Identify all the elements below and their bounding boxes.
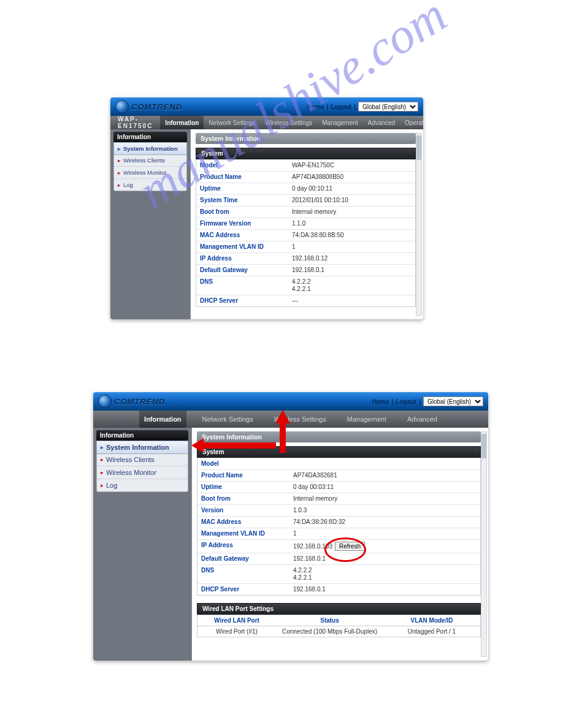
menu-wireless-settings[interactable]: Wireless Settings (269, 411, 331, 428)
home-link[interactable]: Home (372, 398, 389, 405)
sidebar-item-system-information[interactable]: ▸System Information (96, 441, 188, 454)
brand-logo-icon (115, 100, 129, 113)
section-system: System (197, 446, 481, 458)
sidebar-item-label: System Information (106, 444, 169, 451)
brand-text: COMTREND (114, 397, 165, 406)
sidebar-item-label: System Information (123, 145, 178, 152)
section-system: System (196, 148, 416, 159)
table-row: MAC Address74:DA:38:26:8D:32 (197, 516, 480, 528)
table-row: IP Address192.168.0.12 (196, 252, 415, 264)
table-row: DNS4.2.2.2 4.2.2.1 (196, 276, 415, 295)
table-row: IP Address192.168.0.103Refresh (197, 539, 480, 553)
main-menu: WAP-EN1750C Information Network Settings… (110, 116, 423, 129)
chevron-right-icon: ▸ (101, 457, 104, 463)
table-row: Default Gateway192.168.0.1 (196, 264, 415, 276)
brand-logo-icon (98, 395, 112, 408)
refresh-button[interactable]: Refresh (335, 542, 365, 551)
sidebar-item-label: Wireless Monitor (106, 469, 156, 476)
system-table: ModelWAP-EN1750C Product NameAP74DA38808… (196, 159, 416, 307)
table-row: DHCP Server192.168.0.1 (197, 583, 480, 595)
brand-text: COMTREND (131, 102, 182, 112)
screenshot-1: COMTREND Home | Logout | Global (English… (110, 97, 423, 319)
table-row: DHCP Server--- (196, 295, 415, 306)
sidebar-item-wireless-monitor[interactable]: ▸Wireless Monitor (97, 466, 188, 479)
page-title: System Information (197, 431, 481, 442)
device-model-label: WAP-EN1750C (110, 116, 160, 129)
table-row: Management VLAN ID1 (196, 241, 415, 252)
system-table: Model Product NameAP74DA382681 Uptime0 d… (197, 458, 481, 596)
menu-advanced[interactable]: Advanced (402, 411, 442, 428)
menu-advanced[interactable]: Advanced (363, 116, 400, 129)
sidebar-item-label: Wireless Monitor (123, 169, 167, 176)
home-link[interactable]: Home (307, 104, 324, 110)
menu-operation-mode[interactable]: Operation Mode (400, 116, 423, 129)
lan-header: Wired LAN Port (197, 615, 276, 626)
header-bar: COMTREND Home | Logout | Global (English… (110, 97, 423, 116)
language-select[interactable]: Global (English) (423, 396, 483, 406)
chevron-right-icon: ▸ (101, 469, 104, 476)
sidebar: Information ▸System Information ▸Wireles… (110, 129, 190, 319)
chevron-right-icon: ▸ (101, 482, 104, 488)
table-row: DNS4.2.2.2 4.2.2.1 (197, 564, 480, 583)
sidebar-title: Information (96, 430, 188, 441)
table-row: Product NameAP74DA38808B50 (196, 171, 415, 183)
table-row: Default Gateway192.168.0.1 (197, 553, 480, 564)
chevron-right-icon: ▸ (118, 157, 121, 164)
sidebar: Information ▸System Information ▸Wireles… (93, 428, 191, 661)
screenshot-2: COMTREND Home | Logout | Global (English… (93, 392, 488, 661)
content-area: System Information System ModelWAP-EN175… (190, 129, 423, 319)
menu-wireless-settings[interactable]: Wireless Settings (260, 116, 317, 129)
table-row: Wired Port (#1) Connected (100 Mbps Full… (197, 626, 480, 637)
sidebar-item-wireless-clients[interactable]: ▸Wireless Clients (97, 453, 188, 466)
scrollbar[interactable] (416, 133, 422, 316)
menu-network-settings[interactable]: Network Settings (204, 116, 260, 129)
menu-information[interactable]: Information (139, 411, 186, 428)
chevron-right-icon: ▸ (118, 182, 121, 188)
table-row: ModelWAP-EN1750C (196, 159, 415, 171)
chevron-right-icon: ▸ (118, 170, 121, 176)
sidebar-item-log[interactable]: ▸Log (114, 179, 186, 191)
table-row: MAC Address74:DA:38:80:8B:50 (196, 229, 415, 241)
table-row: Version1.0.3 (197, 504, 480, 516)
sidebar-item-wireless-monitor[interactable]: ▸Wireless Monitor (114, 167, 186, 179)
table-row: Boot fromInternal memory (197, 493, 480, 504)
table-row: System Time2012/01/01 00:10:10 (196, 194, 415, 206)
lan-table: Wired LAN Port Status VLAN Mode/ID Wired… (197, 615, 481, 637)
table-row: Product NameAP74DA382681 (197, 469, 480, 481)
table-row: Uptime0 day 00:10:11 (196, 183, 415, 194)
content-area: System Information System Model Product … (191, 428, 488, 661)
menu-management[interactable]: Management (317, 116, 362, 129)
chevron-right-icon: ▸ (118, 146, 121, 152)
section-lan: Wired LAN Port Settings (197, 603, 481, 615)
sidebar-item-wireless-clients[interactable]: ▸Wireless Clients (114, 154, 186, 167)
menu-network-settings[interactable]: Network Settings (197, 411, 258, 428)
logout-link[interactable]: Logout (331, 104, 351, 110)
sidebar-item-label: Wireless Clients (106, 456, 155, 463)
menu-information[interactable]: Information (160, 116, 204, 129)
table-row: Model (197, 458, 480, 469)
sidebar-item-system-information[interactable]: ▸System Information (113, 142, 187, 155)
scrollbar[interactable] (481, 431, 487, 657)
logout-link[interactable]: Logout (396, 398, 416, 405)
sidebar-title: Information (113, 132, 187, 142)
lan-header: VLAN Mode/ID (383, 615, 480, 626)
main-menu: Information Network Settings Wireless Se… (93, 411, 488, 428)
sidebar-item-label: Log (106, 482, 117, 489)
header-bar: COMTREND Home | Logout | Global (English… (93, 392, 488, 411)
sidebar-item-log[interactable]: ▸Log (97, 479, 188, 491)
chevron-right-icon: ▸ (101, 444, 104, 450)
table-row: Uptime0 day 00:03:11 (197, 481, 480, 493)
lan-header: Status (276, 615, 383, 626)
sidebar-item-label: Wireless Clients (123, 157, 165, 164)
table-row: Boot fromInternal memory (196, 206, 415, 218)
page-title: System Information (196, 133, 416, 144)
table-row: Management VLAN ID1 (197, 528, 480, 539)
menu-management[interactable]: Management (342, 411, 391, 428)
sidebar-item-label: Log (123, 181, 133, 188)
language-select[interactable]: Global (English) (358, 102, 418, 112)
table-row: Firmware Version1.1.0 (196, 218, 415, 229)
